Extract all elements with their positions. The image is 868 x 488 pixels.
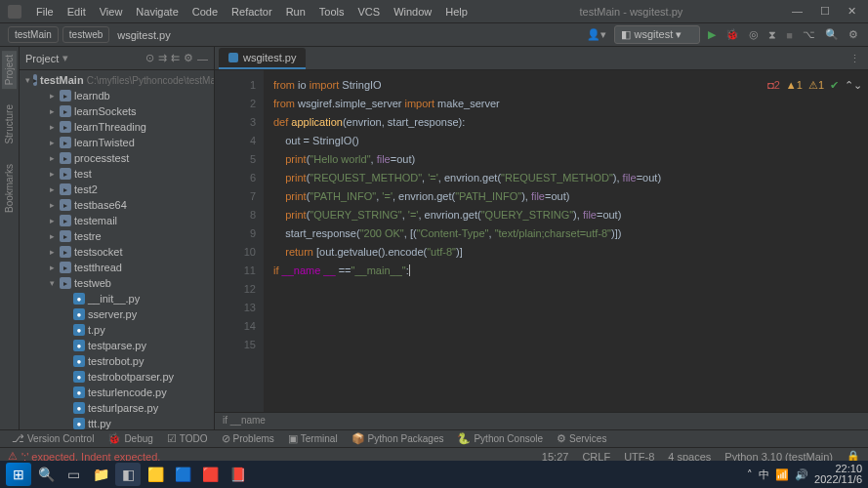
search-icon[interactable]: 🔍 (823, 26, 841, 43)
rail-structure[interactable]: Structure (2, 101, 17, 148)
tree-item[interactable]: ▸▸learndb (20, 88, 214, 103)
left-tool-rail: Project Structure Bookmarks (0, 47, 20, 429)
bottom-tab-terminal[interactable]: ▣ Terminal (282, 430, 344, 447)
debug-button[interactable]: 🐞 (723, 26, 741, 43)
minimize-button[interactable]: — (788, 3, 806, 20)
tabs-menu-icon[interactable]: ⋮ (842, 49, 868, 69)
tree-item[interactable]: ▾▸testweb (20, 275, 214, 291)
menu-code[interactable]: Code (186, 2, 225, 21)
tree-item[interactable]: ●testrobotparser.py (20, 369, 214, 385)
tray-volume-icon[interactable]: 🔊 (795, 468, 808, 481)
tree-item[interactable]: ▸▸processtest (20, 150, 214, 166)
menu-help[interactable]: Help (438, 2, 475, 21)
project-sidebar: Project▾ ⊙ ⇉ ⇇ ⚙ — ▾▸ testMain C:\myfile… (20, 47, 215, 429)
select-opened-icon[interactable]: ⊙ (145, 52, 154, 64)
tree-root[interactable]: ▾▸ testMain C:\myfiles\Pythoncode\testMa… (20, 72, 214, 88)
tree-item[interactable]: ▸▸testre (20, 228, 214, 244)
tree-item[interactable]: ▸▸test (20, 166, 214, 182)
editor-breadcrumb[interactable]: if __name (215, 412, 868, 429)
tree-item[interactable]: ▸▸test2 (20, 182, 214, 197)
expand-all-icon[interactable]: ⇉ (158, 52, 167, 64)
add-config-icon[interactable]: 👤▾ (585, 26, 608, 43)
editor-tabs: wsgitest.py ⋮ (215, 47, 868, 70)
tree-item[interactable]: ●t.py (20, 322, 214, 338)
taskbar-taskview[interactable]: ▭ (61, 463, 86, 486)
breadcrumb-file[interactable]: wsgitest.py (117, 29, 170, 41)
coverage-button[interactable]: ◎ (747, 26, 761, 43)
breadcrumb[interactable]: testweb (62, 26, 109, 43)
close-button[interactable]: ✕ (844, 3, 860, 20)
tree-item[interactable]: ▸▸testthread (20, 260, 214, 275)
menu-navigate[interactable]: Navigate (129, 2, 185, 21)
menu-vcs[interactable]: VCS (351, 2, 388, 21)
rail-bookmarks[interactable]: Bookmarks (2, 160, 17, 217)
main-menu: FileEditViewNavigateCodeRefactorRunTools… (29, 2, 475, 21)
tree-item[interactable]: ●testurlparse.py (20, 400, 214, 416)
tree-item[interactable]: ▸▸learnThreading (20, 119, 214, 135)
bottom-tab-version-control[interactable]: ⎇ Version Control (6, 430, 100, 447)
tray-ime[interactable]: 中 (759, 468, 769, 482)
taskbar-pycharm[interactable]: ◧ (115, 463, 141, 486)
bottom-tab-problems[interactable]: ⊘ Problems (216, 430, 280, 447)
bottom-tab-todo[interactable]: ☑ TODO (161, 430, 214, 447)
tree-item[interactable]: ●sserver.py (20, 306, 214, 322)
taskbar-app[interactable]: 📕 (225, 463, 250, 486)
stop-button[interactable]: ■ (784, 27, 795, 43)
menu-refactor[interactable]: Refactor (225, 2, 279, 21)
tree-item[interactable]: ●testrobot.py (20, 353, 214, 369)
tree-item[interactable]: ▸▸learnTwisted (20, 135, 214, 150)
taskbar-app[interactable]: 🟨 (143, 463, 168, 486)
menu-view[interactable]: View (93, 2, 130, 21)
settings-icon[interactable]: ⚙ (847, 26, 860, 43)
start-button[interactable]: ⊞ (6, 463, 31, 486)
menu-tools[interactable]: Tools (312, 2, 351, 21)
maximize-button[interactable]: ☐ (816, 3, 834, 20)
sidebar-settings-icon[interactable]: ⚙ (184, 52, 193, 64)
git-icon[interactable]: ⌥ (801, 26, 817, 43)
run-toolbar: 👤▾ ◧ wsgitest ▾ ▶ 🐞 ◎ ⧗ ■ ⌥ 🔍 ⚙ (585, 25, 860, 44)
run-config-select[interactable]: ◧ wsgitest ▾ (614, 25, 700, 44)
bottom-tab-services[interactable]: ⚙ Services (551, 430, 612, 447)
rail-project[interactable]: Project (2, 51, 17, 89)
tree-item[interactable]: ●testparse.py (20, 338, 214, 353)
tab-wsgitest[interactable]: wsgitest.py (219, 48, 306, 69)
tree-item[interactable]: ●ttt.py (20, 416, 214, 429)
collapse-all-icon[interactable]: ⇇ (171, 52, 180, 64)
run-button[interactable]: ▶ (706, 26, 718, 43)
tree-item[interactable]: ●__init__.py (20, 291, 214, 306)
sidebar-title: Project (25, 53, 59, 64)
editor: wsgitest.py ⋮ 123456789101112131415 ◘2 ▲… (215, 47, 868, 429)
taskbar-app[interactable]: 🟥 (197, 463, 223, 486)
tab-label: wsgitest.py (243, 52, 296, 63)
inspection-widget[interactable]: ◘2 ▲1 ⚠1 ✔ ⌃⌄ (767, 76, 862, 95)
menu-edit[interactable]: Edit (61, 2, 93, 21)
breadcrumb-root[interactable]: testMain (8, 26, 59, 43)
profile-button[interactable]: ⧗ (766, 26, 778, 43)
taskbar-app[interactable]: 🟦 (170, 463, 195, 486)
hide-sidebar-icon[interactable]: — (197, 53, 208, 64)
tray-clock[interactable]: 22:102022/11/6 (814, 464, 862, 485)
gutter: 123456789101112131415 (215, 70, 264, 412)
titlebar: FileEditViewNavigateCodeRefactorRunTools… (0, 0, 868, 23)
tree-item[interactable]: ▸▸learnSockets (20, 103, 214, 119)
window-title: testMain - wsgitest.py (475, 6, 788, 18)
tree-item[interactable]: ▸▸testemail (20, 213, 214, 228)
tray-wifi-icon[interactable]: 📶 (775, 468, 789, 481)
windows-taskbar: ⊞ 🔍 ▭ 📁 ◧ 🟨 🟦 🟥 📕 ˄ 中 📶 🔊 22:102022/11/6 (0, 461, 868, 488)
taskbar-explorer[interactable]: 📁 (88, 463, 113, 486)
tree-item[interactable]: ●testurlencode.py (20, 385, 214, 400)
python-file-icon (228, 53, 238, 62)
bottom-tab-python-packages[interactable]: 📦 Python Packages (346, 430, 450, 447)
tray-chevron-icon[interactable]: ˄ (747, 468, 753, 481)
code-editor[interactable]: ◘2 ▲1 ⚠1 ✔ ⌃⌄ from io import StringIOfro… (264, 70, 868, 412)
menu-window[interactable]: Window (387, 2, 438, 21)
tree-item[interactable]: ▸▸testsocket (20, 244, 214, 260)
bottom-tab-debug[interactable]: 🐞 Debug (102, 430, 158, 447)
bottom-tab-python-console[interactable]: 🐍 Python Console (451, 430, 549, 447)
nav-bar: testMain testweb wsgitest.py 👤▾ ◧ wsgite… (0, 23, 868, 47)
tree-item[interactable]: ▸▸testbase64 (20, 197, 214, 213)
menu-file[interactable]: File (29, 2, 61, 21)
menu-run[interactable]: Run (279, 2, 312, 21)
taskbar-search[interactable]: 🔍 (33, 463, 59, 486)
sidebar-header: Project▾ ⊙ ⇉ ⇇ ⚙ — (20, 47, 214, 70)
